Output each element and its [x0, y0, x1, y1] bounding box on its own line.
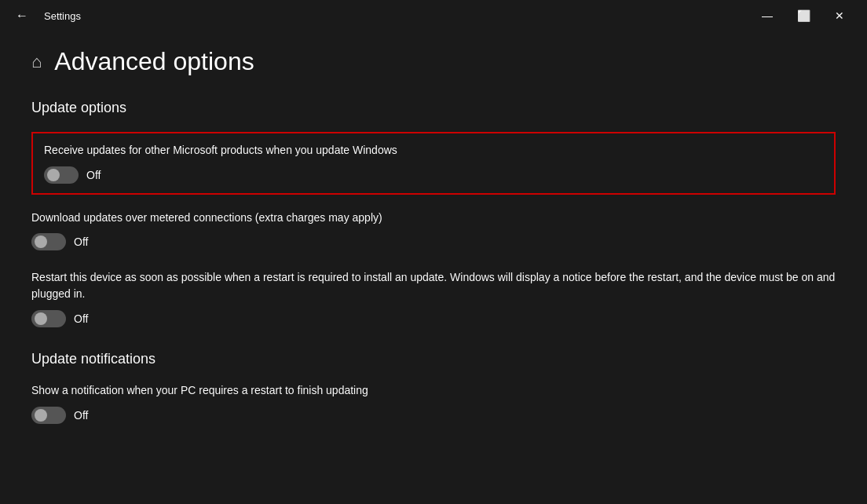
restart-notification-toggle-label: Off: [74, 409, 88, 422]
maximize-button[interactable]: ⬜: [785, 0, 821, 31]
microsoft-updates-toggle-row: Off: [44, 166, 823, 184]
window-controls: — ⬜ ✕: [749, 0, 858, 31]
restart-device-label: Restart this device as soon as possible …: [31, 269, 836, 302]
home-icon[interactable]: ⌂: [31, 52, 42, 72]
title-bar: ← Settings — ⬜ ✕: [0, 0, 867, 31]
restart-notification-toggle[interactable]: [31, 407, 66, 424]
update-notifications-section: Update notifications Show a notification…: [31, 351, 836, 424]
back-button[interactable]: ←: [9, 5, 35, 26]
page-header: ⌂ Advanced options: [31, 47, 836, 76]
close-button[interactable]: ✕: [821, 0, 858, 31]
microsoft-updates-toggle[interactable]: [44, 166, 79, 184]
microsoft-updates-label: Receive updates for other Microsoft prod…: [44, 143, 823, 159]
metered-connections-label: Download updates over metered connection…: [31, 210, 836, 226]
minimize-button[interactable]: —: [749, 0, 785, 31]
restart-device-toggle[interactable]: [31, 310, 66, 327]
restart-notification-option: Show a notification when your PC require…: [31, 383, 836, 424]
window-title: Settings: [44, 10, 81, 22]
restart-notification-toggle-row: Off: [31, 407, 836, 424]
metered-connections-toggle-label: Off: [74, 236, 88, 248]
restart-device-option: Restart this device as soon as possible …: [31, 269, 836, 327]
restart-notification-label: Show a notification when your PC require…: [31, 383, 836, 399]
restart-device-toggle-label: Off: [74, 312, 88, 325]
metered-connections-toggle-row: Off: [31, 233, 836, 250]
page-title: Advanced options: [54, 47, 254, 76]
microsoft-updates-option: Receive updates for other Microsoft prod…: [31, 132, 836, 195]
metered-connections-option: Download updates over metered connection…: [31, 210, 836, 251]
title-bar-left: ← Settings: [9, 5, 81, 26]
restart-device-toggle-row: Off: [31, 310, 836, 327]
microsoft-updates-toggle-label: Off: [86, 169, 101, 181]
update-notifications-heading: Update notifications: [31, 351, 836, 367]
main-content: ⌂ Advanced options Update options Receiv…: [0, 31, 867, 458]
update-options-section: Update options Receive updates for other…: [31, 100, 836, 327]
metered-connections-toggle[interactable]: [31, 233, 66, 250]
update-options-heading: Update options: [31, 100, 836, 116]
